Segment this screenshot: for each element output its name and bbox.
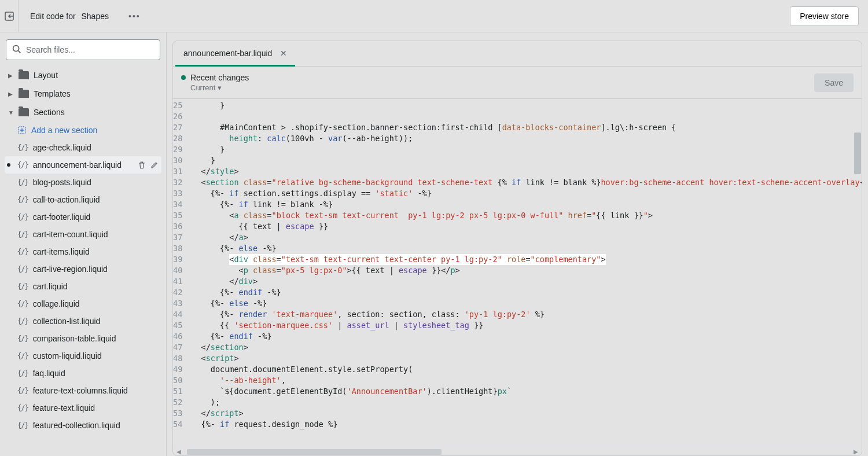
liquid-file-icon: {/} <box>17 196 28 204</box>
file-item[interactable]: {/}collage.liquid <box>5 295 161 312</box>
code-line[interactable]: </div> <box>188 276 862 287</box>
more-menu-button[interactable]: ••• <box>125 8 144 24</box>
code-line[interactable] <box>188 111 862 122</box>
theme-name[interactable]: Shapes <box>82 12 109 21</box>
version-dropdown[interactable]: Current ▾ <box>181 83 249 92</box>
add-section-button[interactable]: Add a new section <box>5 122 161 139</box>
modified-dot-icon <box>7 163 10 167</box>
code-line[interactable]: </script> <box>188 408 862 419</box>
save-button[interactable]: Save <box>814 73 854 92</box>
code-line[interactable]: <script> <box>188 353 862 364</box>
file-item[interactable]: {/}comparison-table.liquid <box>5 330 161 347</box>
file-item[interactable]: {/}cart-footer.liquid <box>5 208 161 226</box>
code-line[interactable]: } <box>188 155 862 166</box>
code-line[interactable]: <p class="px-5 lg:px-0">{{ text | escape… <box>188 265 862 276</box>
delete-icon[interactable] <box>137 160 146 170</box>
line-number: 45 <box>173 320 182 331</box>
code-line[interactable]: {%- if request.design_mode %} <box>188 419 862 430</box>
file-name: cart-footer.liquid <box>33 212 91 222</box>
code-content[interactable]: } #MainContent > .shopify-section.banner… <box>188 99 862 447</box>
code-line[interactable]: `${document.getElementById('Announcement… <box>188 386 862 397</box>
liquid-file-icon: {/} <box>17 265 28 273</box>
file-item[interactable]: {/}feature-text.liquid <box>5 399 161 417</box>
file-item[interactable]: {/}cart-item-count.liquid <box>5 226 161 243</box>
code-line[interactable]: {%- endif -%} <box>188 287 862 298</box>
exit-button[interactable] <box>0 0 19 32</box>
edit-code-label: Edit code for <box>30 12 76 21</box>
file-name: collage.liquid <box>33 299 80 308</box>
code-line[interactable]: </section> <box>188 342 862 353</box>
code-line[interactable]: {{ text | escape }} <box>188 221 862 232</box>
file-name: cart.liquid <box>33 282 68 291</box>
line-number: 27 <box>173 122 182 133</box>
file-item[interactable]: {/}feature-text-columns.liquid <box>5 382 161 399</box>
liquid-file-icon: {/} <box>17 317 28 325</box>
line-number: 50 <box>173 375 182 386</box>
chevron-right-icon: ▶ <box>8 72 14 79</box>
preview-store-button[interactable]: Preview store <box>790 6 859 26</box>
line-number: 46 <box>173 331 182 342</box>
search-input[interactable] <box>6 39 160 60</box>
code-line[interactable]: '--ab-height', <box>188 375 862 386</box>
folder-layout[interactable]: ▶ Layout <box>5 66 161 84</box>
tab-announcement-bar[interactable]: announcement-bar.liquid ✕ <box>175 41 295 67</box>
liquid-file-icon: {/} <box>17 248 28 256</box>
code-line[interactable]: <a class="block text-sm text-current py-… <box>188 210 862 221</box>
file-item[interactable]: {/}custom-liquid.liquid <box>5 347 161 365</box>
line-number: 35 <box>173 210 182 221</box>
line-number: 54 <box>173 419 182 430</box>
code-line[interactable]: {%- else -%} <box>188 298 862 309</box>
code-line[interactable]: {%- if link != blank -%} <box>188 199 862 210</box>
liquid-file-icon: {/} <box>17 421 28 429</box>
line-number: 26 <box>173 111 182 122</box>
code-line[interactable]: height: calc(100vh - var(--ab-height)); <box>188 133 862 144</box>
folder-templates[interactable]: ▶ Templates <box>5 84 161 103</box>
scroll-left-icon[interactable]: ◀ <box>174 448 183 455</box>
code-line[interactable]: {{ 'section-marquee.css' | asset_url | s… <box>188 320 862 331</box>
code-line[interactable]: } <box>188 100 862 111</box>
code-editor[interactable]: 2526272829303132333435363738394041424344… <box>173 99 862 447</box>
vertical-scrollbar-thumb[interactable] <box>854 133 861 174</box>
file-item[interactable]: {/}cart-live-region.liquid <box>5 260 161 278</box>
folder-label: Sections <box>34 108 65 117</box>
code-line[interactable]: <div class="text-sm text-current text-ce… <box>188 254 862 265</box>
horizontal-scrollbar[interactable]: ◀ ▶ <box>173 447 862 455</box>
code-line[interactable]: {%- else -%} <box>188 243 862 254</box>
line-number: 30 <box>173 155 182 166</box>
code-line[interactable]: {%- render 'text-marquee', section: sect… <box>188 309 862 320</box>
close-icon[interactable]: ✕ <box>280 49 287 58</box>
file-item[interactable]: {/}announcement-bar.liquid <box>5 156 161 174</box>
code-line[interactable]: ); <box>188 397 862 408</box>
code-line[interactable]: {%- endif -%} <box>188 331 862 342</box>
folder-sections[interactable]: ▼ Sections <box>5 103 161 122</box>
topbar: Edit code for Shapes ••• Preview store <box>0 0 868 32</box>
file-item[interactable]: {/}cart.liquid <box>5 278 161 295</box>
line-number: 40 <box>173 265 182 276</box>
line-number: 42 <box>173 287 182 298</box>
exit-icon <box>3 10 15 22</box>
code-line[interactable]: {%- if section.settings.display == 'stat… <box>188 188 862 199</box>
code-line[interactable]: } <box>188 144 862 155</box>
folder-icon <box>19 90 29 98</box>
scroll-right-icon[interactable]: ▶ <box>851 448 860 455</box>
file-item[interactable]: {/}collection-list.liquid <box>5 312 161 330</box>
liquid-file-icon: {/} <box>17 404 28 412</box>
file-item[interactable]: {/}call-to-action.liquid <box>5 191 161 208</box>
liquid-file-icon: {/} <box>17 334 28 343</box>
file-item[interactable]: {/}blog-posts.liquid <box>5 174 161 191</box>
code-line[interactable]: <section class="relative bg-scheme-backg… <box>188 177 862 188</box>
edit-icon[interactable] <box>150 160 159 170</box>
file-item[interactable]: {/}faq.liquid <box>5 365 161 382</box>
file-item[interactable]: {/}featured-collection.liquid <box>5 417 161 434</box>
file-item[interactable]: {/}cart-items.liquid <box>5 243 161 260</box>
code-line[interactable]: #MainContent > .shopify-section.banner-s… <box>188 122 862 133</box>
line-number: 36 <box>173 221 182 232</box>
file-name: blog-posts.liquid <box>33 178 91 187</box>
code-line[interactable]: document.documentElement.style.setProper… <box>188 364 862 375</box>
file-item[interactable]: {/}age-check.liquid <box>5 139 161 156</box>
file-name: featured-collection.liquid <box>33 421 120 430</box>
horizontal-scrollbar-thumb[interactable] <box>187 449 442 455</box>
code-line[interactable]: </a> <box>188 232 862 243</box>
file-name: collection-list.liquid <box>33 317 101 326</box>
code-line[interactable]: </style> <box>188 166 862 177</box>
